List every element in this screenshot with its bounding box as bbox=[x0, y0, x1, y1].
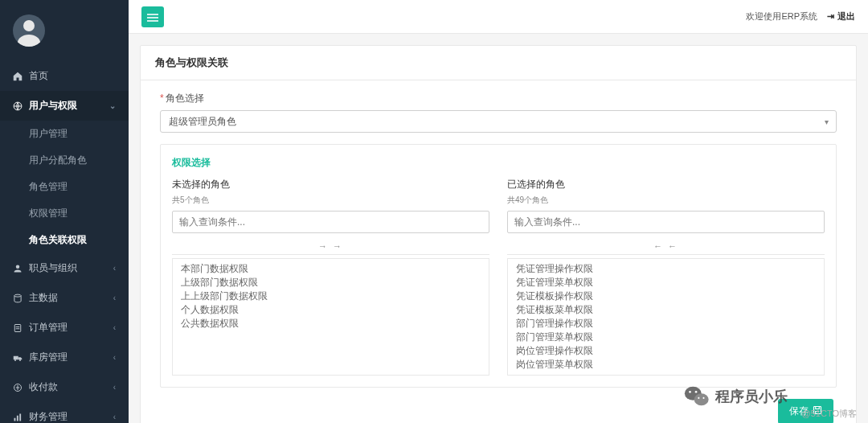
home-icon bbox=[13, 72, 23, 81]
list-item[interactable]: 岗位管理菜单权限 bbox=[508, 358, 824, 372]
users-icon bbox=[13, 264, 23, 273]
selected-count: 共49个角色 bbox=[507, 195, 825, 206]
move-right-button[interactable]: → → bbox=[172, 238, 489, 255]
unselected-search-input[interactable] bbox=[172, 211, 489, 233]
list-item[interactable]: 凭证管理菜单权限 bbox=[508, 276, 824, 290]
content: 角色与权限关联 *角色选择 超级管理员角色 权限选择 bbox=[129, 34, 868, 423]
svg-rect-8 bbox=[14, 417, 16, 421]
logout-icon: ⇥ bbox=[827, 11, 834, 22]
selected-search-input[interactable] bbox=[507, 211, 825, 233]
wechat-overlay: 程序员小乐 bbox=[683, 383, 788, 410]
move-left-button[interactable]: ← ← bbox=[507, 238, 825, 255]
topbar: 欢迎使用ERP系统 ⇥ 退出 bbox=[129, 0, 868, 34]
dual-list: 未选择的角色 共5个角色 → → 本部门数据权限 上级部门数据权限 上上级部门数… bbox=[172, 178, 825, 376]
nav-staff[interactable]: 职员与组织 ‹ bbox=[0, 253, 129, 283]
nav-sub-users: 用户管理 用户分配角色 角色管理 权限管理 角色关联权限 bbox=[0, 121, 129, 253]
nav-label: 订单管理 bbox=[29, 321, 68, 335]
list-item[interactable]: 部门管理菜单权限 bbox=[508, 331, 824, 344]
nav-label: 收付款 bbox=[29, 380, 58, 394]
list-item[interactable]: 公共数据权限 bbox=[173, 317, 489, 331]
selected-title: 已选择的角色 bbox=[507, 178, 825, 191]
wechat-text: 程序员小乐 bbox=[715, 387, 788, 406]
nav-sub-user-mgmt[interactable]: 用户管理 bbox=[0, 121, 129, 147]
role-select[interactable]: 超级管理员角色 bbox=[160, 110, 837, 133]
nav-label: 库房管理 bbox=[29, 351, 68, 364]
list-item[interactable]: 本部门数据权限 bbox=[173, 262, 489, 276]
permission-section: 权限选择 未选择的角色 共5个角色 → → 本部门数据权限 上级部门数据权限 bbox=[160, 144, 837, 388]
menu-toggle-button[interactable] bbox=[141, 6, 164, 27]
chevron-left-icon: ‹ bbox=[113, 323, 116, 332]
list-item[interactable]: 个人数据权限 bbox=[173, 303, 489, 317]
nav-sub-role-mgmt[interactable]: 角色管理 bbox=[0, 174, 129, 200]
list-item[interactable]: 凭证模板菜单权限 bbox=[508, 303, 824, 317]
sidebar: 首页 用户与权限 ⌄ 用户管理 用户分配角色 角色管理 权限管理 角色关联权限 bbox=[0, 0, 129, 423]
watermark: @51CTO博客 bbox=[802, 408, 857, 420]
svg-rect-4 bbox=[14, 355, 18, 359]
svg-point-5 bbox=[14, 359, 16, 361]
nav-users-perms[interactable]: 用户与权限 ⌄ bbox=[0, 91, 129, 121]
nav-label: 主数据 bbox=[29, 291, 58, 305]
svg-rect-9 bbox=[17, 415, 18, 421]
list-item[interactable]: 上级部门数据权限 bbox=[173, 276, 489, 290]
selected-list[interactable]: 凭证管理操作权限 凭证管理菜单权限 凭证模板操作权限 凭证模板菜单权限 部门管理… bbox=[507, 258, 825, 376]
globe-icon bbox=[13, 101, 23, 111]
truck-icon bbox=[13, 353, 23, 363]
coin-icon bbox=[13, 383, 23, 392]
logout-label: 退出 bbox=[837, 10, 855, 23]
nav-sub-user-assign[interactable]: 用户分配角色 bbox=[0, 147, 129, 174]
chevron-left-icon: ‹ bbox=[113, 383, 116, 392]
svg-point-1 bbox=[16, 265, 20, 269]
nav-label: 首页 bbox=[29, 69, 48, 83]
list-item[interactable]: 凭证管理操作权限 bbox=[508, 262, 824, 276]
welcome-text: 欢迎使用ERP系统 bbox=[746, 10, 817, 23]
unselected-count: 共5个角色 bbox=[172, 195, 489, 206]
svg-point-17 bbox=[689, 391, 691, 393]
unselected-title: 未选择的角色 bbox=[172, 178, 489, 191]
user-avatar[interactable] bbox=[13, 14, 45, 47]
clipboard-icon bbox=[13, 323, 23, 333]
list-item[interactable]: 凭证模板操作权限 bbox=[508, 290, 824, 303]
svg-point-16 bbox=[694, 393, 709, 405]
list-item[interactable]: 上上级部门数据权限 bbox=[173, 290, 489, 303]
svg-point-2 bbox=[14, 294, 21, 297]
svg-rect-10 bbox=[19, 413, 21, 421]
nav-orders[interactable]: 订单管理 ‹ bbox=[0, 313, 129, 343]
unselected-list[interactable]: 本部门数据权限 上级部门数据权限 上上级部门数据权限 个人数据权限 公共数据权限 bbox=[172, 258, 489, 376]
nav-label: 财务管理 bbox=[29, 410, 68, 423]
chevron-left-icon: ‹ bbox=[113, 264, 116, 273]
nav-finance[interactable]: 财务管理 ‹ bbox=[0, 402, 129, 423]
logout-button[interactable]: ⇥ 退出 bbox=[827, 10, 855, 23]
chevron-down-icon: ⌄ bbox=[109, 101, 116, 110]
chart-icon bbox=[13, 413, 23, 422]
nav-label: 用户与权限 bbox=[29, 99, 77, 113]
nav-home[interactable]: 首页 bbox=[0, 61, 129, 91]
nav-sub-perm-mgmt[interactable]: 权限管理 bbox=[0, 200, 129, 227]
chevron-left-icon: ‹ bbox=[113, 353, 116, 362]
list-item[interactable]: 岗位管理操作权限 bbox=[508, 344, 824, 358]
svg-point-19 bbox=[698, 397, 699, 399]
nav-sub-role-perm[interactable]: 角色关联权限 bbox=[0, 227, 129, 253]
perm-heading: 权限选择 bbox=[172, 156, 825, 170]
page-title: 角色与权限关联 bbox=[141, 46, 856, 80]
svg-rect-3 bbox=[14, 324, 21, 331]
main: 欢迎使用ERP系统 ⇥ 退出 角色与权限关联 *角色选择 超级管理员角色 bbox=[129, 0, 868, 423]
card: 角色与权限关联 *角色选择 超级管理员角色 权限选择 bbox=[140, 45, 857, 423]
wechat-icon bbox=[683, 383, 710, 410]
svg-point-20 bbox=[702, 397, 704, 399]
list-item[interactable]: 部门管理操作权限 bbox=[508, 317, 824, 331]
nav-warehouse[interactable]: 库房管理 ‹ bbox=[0, 343, 129, 372]
svg-point-6 bbox=[19, 359, 21, 361]
role-select-wrap: 超级管理员角色 bbox=[160, 110, 837, 133]
nav-payments[interactable]: 收付款 ‹ bbox=[0, 372, 129, 402]
svg-point-18 bbox=[695, 391, 698, 393]
avatar-container bbox=[0, 0, 129, 61]
nav-menu: 首页 用户与权限 ⌄ 用户管理 用户分配角色 角色管理 权限管理 角色关联权限 bbox=[0, 61, 129, 423]
database-icon bbox=[13, 294, 23, 303]
role-field-label: *角色选择 bbox=[160, 92, 837, 105]
unselected-column: 未选择的角色 共5个角色 → → 本部门数据权限 上级部门数据权限 上上级部门数… bbox=[172, 178, 489, 376]
nav-label: 职员与组织 bbox=[29, 261, 77, 275]
nav-master[interactable]: 主数据 ‹ bbox=[0, 283, 129, 313]
chevron-left-icon: ‹ bbox=[113, 413, 116, 421]
hamburger-icon bbox=[147, 13, 158, 21]
chevron-left-icon: ‹ bbox=[113, 294, 116, 302]
